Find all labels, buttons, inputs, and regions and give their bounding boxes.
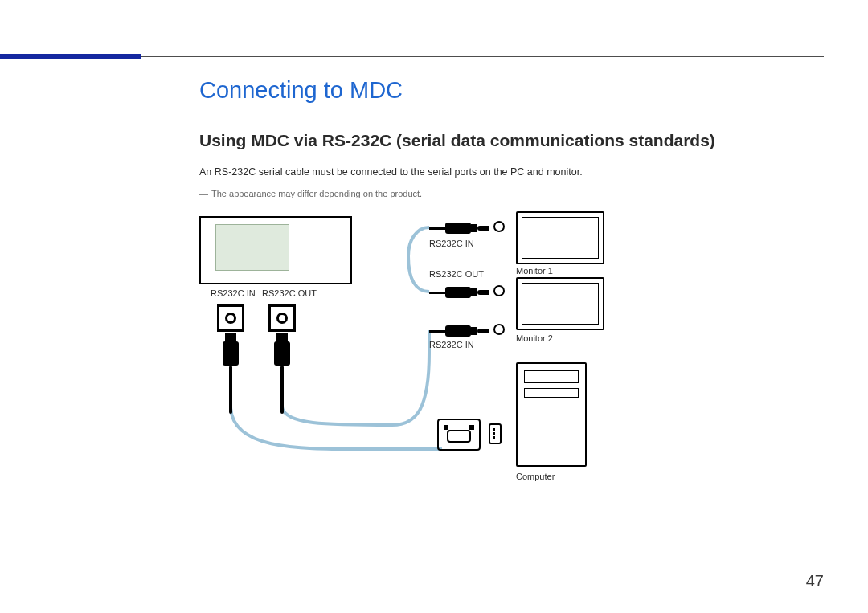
body-text: An RS-232C serial cable must be connecte… (199, 166, 824, 178)
monitor-2-icon (516, 277, 604, 330)
page-subtitle: Using MDC via RS-232C (serial data commu… (199, 131, 824, 150)
page-content: Connecting to MDC Using MDC via RS-232C … (199, 77, 824, 505)
connection-diagram: RS232C IN RS232C OUT RS232C IN RS232C OU… (199, 208, 633, 505)
port-label-out: RS232C OUT (262, 288, 317, 298)
port-label-in: RS232C IN (211, 288, 256, 298)
serial-port-icon (489, 423, 502, 444)
computer-label: Computer (516, 472, 555, 481)
port-rs232c-in (217, 304, 244, 332)
monitor1-label: Monitor 1 (516, 266, 553, 276)
socket-icon-2 (493, 285, 505, 296)
device-back-panel (199, 216, 352, 284)
stereo-jack-vertical-2 (274, 333, 290, 414)
socket-icon-1 (493, 221, 505, 232)
stereo-jack-out-monitor1 (429, 287, 489, 298)
page-number: 47 (806, 572, 824, 591)
monitor2-label: Monitor 2 (516, 333, 553, 343)
monitor-1-icon (516, 211, 604, 264)
stereo-jack-vertical-1 (223, 333, 239, 414)
side-label-rs232c-out: RS232C OUT (429, 269, 484, 279)
port-rs232c-out (268, 304, 296, 332)
header-rule (141, 56, 824, 57)
page-title: Connecting to MDC (199, 77, 824, 104)
appearance-note: The appearance may differ depending on t… (199, 189, 824, 198)
accent-bar (0, 54, 141, 59)
panel-ports-area (215, 224, 289, 271)
side-label-rs232c-in-2: RS232C IN (429, 340, 474, 349)
dsub-connector-icon (437, 419, 481, 451)
computer-tower-icon (516, 362, 587, 467)
stereo-jack-to-monitor1 (429, 223, 489, 234)
socket-icon-3 (493, 324, 505, 335)
side-label-rs232c-in-1: RS232C IN (429, 239, 474, 248)
stereo-jack-to-monitor2 (429, 325, 489, 337)
